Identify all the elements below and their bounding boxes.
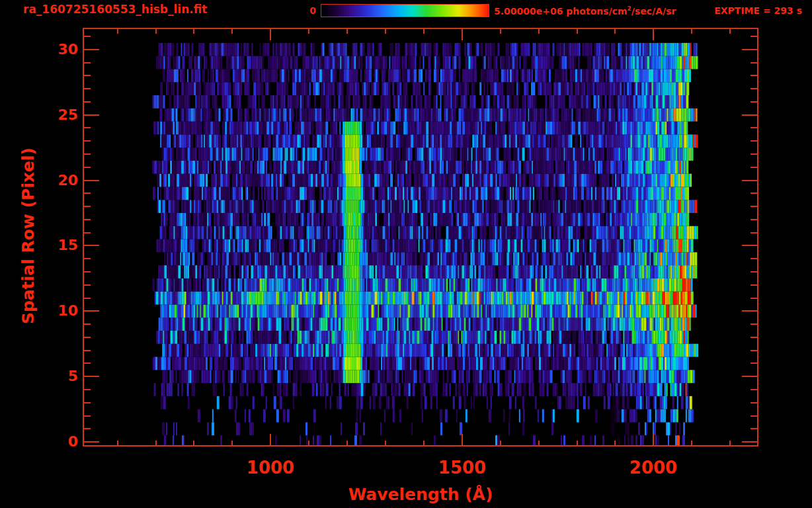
tick-mark (691, 28, 692, 34)
tick-mark (742, 376, 758, 377)
colorbar-max-label-text: 5.00000e+06 photons/cm (494, 6, 628, 17)
tick-mark (751, 153, 758, 155)
x-tick-label: 1500 (416, 458, 508, 478)
tick-mark (308, 28, 309, 34)
tick-mark (751, 362, 758, 364)
tick-mark (346, 441, 348, 446)
tick-mark (751, 36, 758, 37)
tick-mark (155, 441, 157, 446)
tick-mark (231, 28, 233, 34)
tick-mark (83, 310, 99, 312)
tick-mark (83, 441, 99, 443)
exptime-label: EXPTIME = 293 s (714, 5, 802, 16)
tick-mark (83, 323, 91, 325)
tick-mark (308, 441, 309, 446)
tick-mark (83, 219, 91, 220)
tick-mark (83, 101, 91, 103)
tick-mark (751, 284, 758, 286)
tick-mark (577, 28, 578, 34)
tick-mark (423, 441, 425, 446)
tick-mark (385, 28, 386, 34)
tick-mark (653, 28, 654, 40)
tick-mark (462, 28, 463, 40)
tick-mark (117, 28, 118, 34)
tick-mark (83, 245, 99, 246)
tick-mark (538, 28, 540, 34)
tick-mark (691, 441, 692, 446)
tick-mark (83, 36, 91, 37)
x-axis-title: Wavelength (Å) (288, 485, 553, 504)
tick-mark (83, 402, 91, 403)
tick-mark (346, 28, 348, 34)
y-tick-label: 10 (32, 302, 78, 319)
tick-mark (83, 337, 91, 338)
tick-mark (751, 206, 758, 207)
tick-mark (83, 62, 91, 64)
y-tick-label: 20 (32, 172, 78, 189)
tick-mark (614, 28, 616, 34)
tick-mark (83, 49, 99, 50)
tick-mark (83, 258, 91, 259)
colorbar-max-label-units: /sec/A/sr (631, 6, 676, 17)
tick-mark (231, 441, 233, 446)
y-tick-label: 25 (32, 106, 78, 124)
tick-mark (83, 298, 91, 299)
tick-mark (270, 434, 271, 446)
tick-mark (751, 62, 758, 64)
tick-mark (751, 271, 758, 273)
idl-spectral-display-window: ra_160725160553_hisb_lin.fit 0 5.00000e+… (0, 0, 812, 508)
tick-mark (117, 441, 118, 446)
tick-mark (83, 167, 91, 168)
tick-mark (742, 49, 758, 50)
tick-mark (83, 376, 99, 377)
tick-mark (270, 28, 271, 40)
y-tick-label: 15 (32, 237, 78, 254)
tick-mark (751, 167, 758, 168)
tick-mark (83, 140, 91, 142)
tick-mark (83, 75, 91, 76)
x-tick-label: 2000 (607, 458, 700, 478)
tick-mark (462, 434, 463, 446)
colorbar (321, 4, 489, 17)
tick-mark (193, 28, 194, 34)
tick-mark (729, 28, 731, 34)
y-axis-title: Spatial Row (Pixel) (19, 104, 38, 368)
tick-mark (742, 180, 758, 181)
tick-mark (500, 28, 501, 34)
tick-mark (751, 140, 758, 142)
tick-mark (83, 415, 91, 417)
tick-mark (83, 127, 91, 128)
tick-mark (751, 428, 758, 429)
tick-mark (83, 271, 91, 273)
y-tick-label: 5 (32, 368, 78, 385)
y-tick-label: 0 (32, 433, 78, 450)
tick-mark (83, 192, 91, 194)
tick-mark (751, 323, 758, 325)
tick-mark (538, 441, 540, 446)
tick-mark (614, 441, 616, 446)
tick-mark (193, 441, 194, 446)
tick-mark (742, 245, 758, 246)
tick-mark (751, 350, 758, 351)
tick-mark (155, 28, 157, 34)
tick-mark (742, 441, 758, 443)
tick-mark (83, 428, 91, 429)
tick-mark (83, 284, 91, 286)
tick-mark (83, 362, 91, 364)
tick-mark (751, 192, 758, 194)
tick-mark (83, 350, 91, 351)
colorbar-max-label: 5.00000e+06 photons/cm2/sec/A/sr (494, 5, 676, 17)
tick-mark (83, 232, 91, 233)
plot-frame (83, 28, 758, 446)
tick-mark (500, 441, 501, 446)
colorbar-min-label: 0 (295, 5, 316, 16)
tick-mark (742, 114, 758, 116)
file-title: ra_160725160553_hisb_lin.fit (23, 3, 207, 16)
tick-mark (751, 415, 758, 417)
tick-mark (577, 441, 578, 446)
tick-mark (751, 258, 758, 259)
tick-mark (751, 88, 758, 89)
tick-mark (751, 127, 758, 128)
tick-mark (751, 389, 758, 390)
tick-mark (385, 441, 386, 446)
